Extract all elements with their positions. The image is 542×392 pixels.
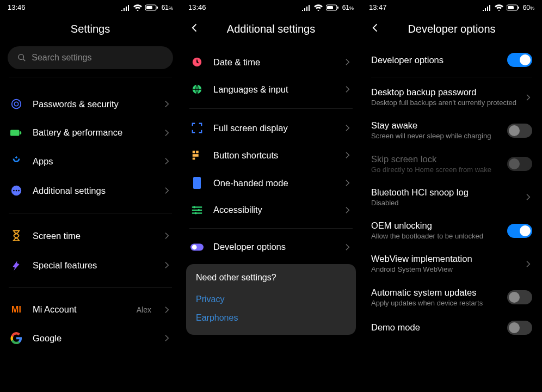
battery-icon bbox=[326, 4, 339, 11]
passwords-icon bbox=[10, 98, 23, 110]
row-label: Mi Account bbox=[33, 304, 127, 315]
toggle-auto-updates[interactable] bbox=[507, 290, 532, 304]
back-button[interactable] bbox=[370, 22, 381, 35]
settings-row-special[interactable]: Special features bbox=[0, 250, 181, 280]
toggle-demo[interactable] bbox=[507, 321, 532, 335]
wifi-icon bbox=[314, 4, 323, 11]
row-label: Button shortcuts bbox=[213, 150, 333, 161]
languages-icon bbox=[190, 83, 204, 95]
row-title: WebView implementation bbox=[371, 254, 518, 264]
svg-point-10 bbox=[13, 190, 15, 192]
card-link-earphones[interactable]: Earphones bbox=[196, 309, 346, 327]
chevron-right-icon bbox=[523, 93, 532, 102]
dev-row-bt-hci[interactable]: Bluetooth HCI snoop log Disabled bbox=[361, 181, 542, 214]
settings-row-languages[interactable]: Languages & input bbox=[181, 76, 361, 103]
dev-row-oem[interactable]: OEM unlocking Allow the bootloader to be… bbox=[361, 214, 542, 247]
row-subtitle: Go directly to Home screen from wake bbox=[371, 166, 502, 174]
status-time: 13:46 bbox=[188, 3, 206, 11]
dev-row-skip-lock: Skip screen lock Go directly to Home scr… bbox=[361, 148, 542, 181]
row-label: Battery & performance bbox=[33, 127, 152, 138]
toggle-stay-awake[interactable] bbox=[507, 124, 532, 138]
search-bar[interactable] bbox=[8, 46, 173, 69]
row-label: Accessibility bbox=[213, 205, 333, 215]
additional-settings-panel: 13:46 61% Additional settings Date & tim… bbox=[181, 0, 361, 392]
dev-row-demo[interactable]: Demo mode bbox=[361, 314, 542, 341]
svg-rect-26 bbox=[194, 206, 195, 208]
card-link-privacy[interactable]: Privacy bbox=[196, 290, 346, 309]
settings-row-accessibility[interactable]: Accessibility bbox=[181, 197, 361, 223]
chevron-right-icon bbox=[162, 186, 171, 195]
search-input[interactable] bbox=[32, 53, 163, 63]
settings-row-apps[interactable]: Apps bbox=[0, 146, 181, 176]
battery-percent: 61% bbox=[342, 4, 354, 11]
row-label: Full screen display bbox=[213, 123, 333, 133]
signal-icon bbox=[302, 4, 311, 11]
button-shortcuts-icon bbox=[190, 149, 204, 161]
wifi-icon bbox=[495, 4, 503, 11]
row-label: Passwords & security bbox=[33, 99, 152, 109]
row-title: Stay awake bbox=[371, 120, 502, 131]
svg-rect-21 bbox=[193, 158, 195, 160]
chevron-right-icon bbox=[162, 128, 171, 137]
chevron-right-icon bbox=[162, 100, 171, 108]
row-subtitle: Apply updates when device restarts bbox=[371, 299, 502, 308]
svg-point-30 bbox=[192, 244, 197, 249]
header: Developer options bbox=[361, 17, 542, 41]
need-other-card: Need other settings? Privacy Earphones bbox=[186, 264, 356, 335]
row-label: Special features bbox=[33, 260, 152, 271]
settings-row-one-handed[interactable]: One-handed mode bbox=[181, 169, 361, 197]
settings-row-battery[interactable]: Battery & performance bbox=[0, 119, 181, 146]
back-button[interactable] bbox=[189, 22, 200, 35]
special-icon bbox=[10, 259, 23, 271]
row-label: Google bbox=[33, 333, 152, 344]
card-question: Need other settings? bbox=[196, 273, 346, 283]
battery-icon bbox=[507, 4, 520, 11]
row-subtitle: Screen will never sleep while charging bbox=[371, 132, 502, 140]
settings-row-screen-time[interactable]: Screen time bbox=[0, 221, 181, 250]
row-title: OEM unlocking bbox=[371, 220, 502, 231]
signal-icon bbox=[483, 4, 491, 11]
settings-row-passwords[interactable]: Passwords & security bbox=[0, 89, 181, 119]
battery-percent: 61% bbox=[162, 4, 173, 11]
dev-row-stay-awake[interactable]: Stay awake Screen will never sleep while… bbox=[361, 114, 542, 147]
status-icons: 61% bbox=[121, 4, 173, 11]
dev-row-dev-main[interactable]: Developer options bbox=[361, 46, 542, 74]
mi-account-icon: MI bbox=[10, 305, 23, 315]
settings-row-google[interactable]: Google bbox=[0, 323, 181, 353]
page-title: Developer options bbox=[408, 23, 495, 35]
dev-row-auto-updates[interactable]: Automatic system updates Apply updates w… bbox=[361, 281, 542, 314]
svg-point-3 bbox=[19, 54, 23, 59]
dev-row-webview[interactable]: WebView implementation Android System We… bbox=[361, 247, 542, 280]
svg-rect-2 bbox=[157, 7, 158, 9]
svg-rect-19 bbox=[196, 151, 199, 154]
settings-row-button-shortcuts[interactable]: Button shortcuts bbox=[181, 142, 361, 169]
chevron-right-icon bbox=[162, 231, 171, 240]
screen-time-icon bbox=[10, 230, 23, 242]
settings-row-additional[interactable]: Additional settings bbox=[0, 176, 181, 205]
toggle-dev-main[interactable] bbox=[507, 53, 532, 67]
status-bar: 13:46 61% bbox=[181, 0, 361, 14]
settings-panel: 13:46 61% Settings Passwords & security … bbox=[0, 0, 181, 392]
row-subtitle: Android System WebView bbox=[371, 265, 518, 274]
svg-point-12 bbox=[18, 190, 20, 192]
svg-point-6 bbox=[14, 102, 18, 106]
chevron-right-icon bbox=[343, 85, 352, 94]
svg-rect-15 bbox=[337, 7, 338, 9]
search-icon bbox=[17, 53, 26, 63]
battery-icon bbox=[145, 4, 158, 11]
chevron-right-icon bbox=[343, 243, 352, 252]
full-screen-icon bbox=[190, 122, 204, 134]
chevron-right-icon bbox=[162, 334, 171, 342]
dev-row-backup-pwd[interactable]: Desktop backup password Desktop full bac… bbox=[361, 81, 542, 114]
row-subtitle: Desktop full backups aren't currently pr… bbox=[371, 99, 518, 107]
svg-rect-33 bbox=[518, 7, 519, 9]
settings-row-date-time[interactable]: Date & time bbox=[181, 48, 361, 76]
google-icon bbox=[10, 332, 23, 344]
status-icons: 60% bbox=[483, 4, 534, 11]
settings-row-developer[interactable]: Developer options bbox=[181, 234, 361, 260]
settings-row-mi-account[interactable]: MI Mi Account Alex bbox=[0, 296, 181, 323]
svg-rect-18 bbox=[193, 151, 195, 154]
svg-rect-27 bbox=[198, 209, 200, 211]
toggle-oem[interactable] bbox=[507, 224, 532, 238]
settings-row-full-screen[interactable]: Full screen display bbox=[181, 114, 361, 142]
